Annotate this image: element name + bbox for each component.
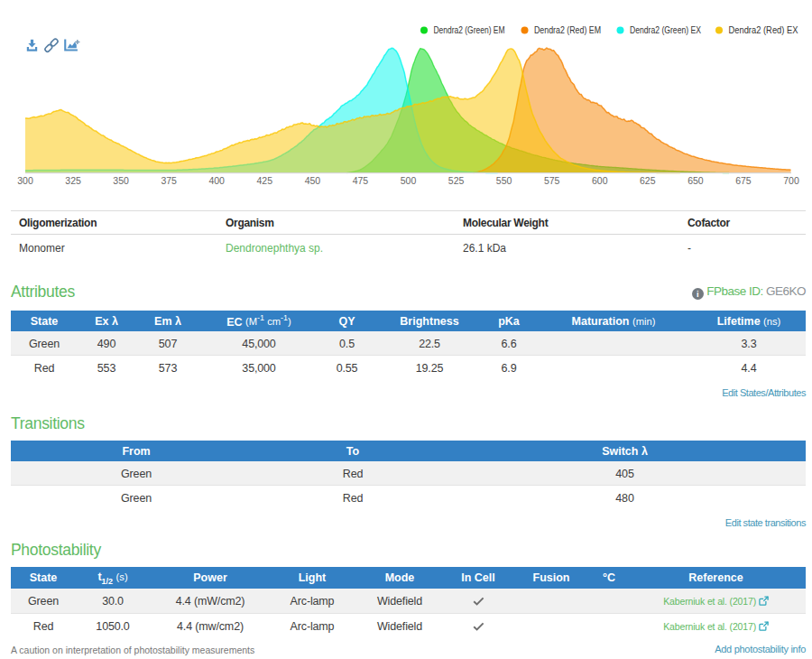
svg-text:Dendra2 (Red) EM: Dendra2 (Red) EM [534, 24, 601, 35]
svg-text:300: 300 [17, 175, 33, 186]
svg-text:425: 425 [257, 175, 273, 186]
svg-text:675: 675 [735, 175, 752, 186]
svg-text:625: 625 [640, 175, 656, 186]
svg-text:475: 475 [353, 175, 369, 186]
svg-text:550: 550 [496, 175, 512, 186]
svg-text:500: 500 [401, 175, 417, 186]
svg-text:600: 600 [592, 175, 608, 186]
svg-text:700: 700 [783, 175, 799, 186]
svg-text:Dendra2 (Green) EX: Dendra2 (Green) EX [630, 24, 702, 35]
svg-text:575: 575 [544, 175, 560, 186]
svg-text:Dendra2 (Green) EM: Dendra2 (Green) EM [434, 24, 505, 35]
svg-text:350: 350 [113, 175, 129, 186]
svg-text:450: 450 [305, 175, 321, 186]
svg-text:375: 375 [161, 175, 177, 186]
svg-text:325: 325 [65, 175, 81, 186]
svg-text:525: 525 [448, 175, 465, 186]
svg-text:650: 650 [687, 175, 704, 186]
svg-text:Dendra2 (Red) EX: Dendra2 (Red) EX [729, 24, 799, 35]
svg-text:400: 400 [208, 175, 225, 186]
